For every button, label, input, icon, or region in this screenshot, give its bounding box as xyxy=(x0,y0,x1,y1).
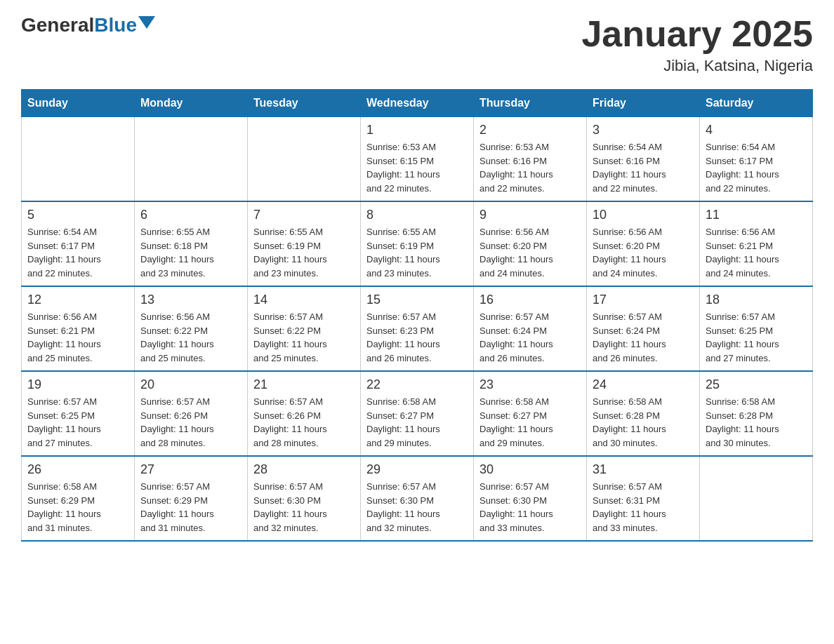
calendar-cell: 16Sunrise: 6:57 AM Sunset: 6:24 PM Dayli… xyxy=(474,286,587,371)
calendar-cell: 26Sunrise: 6:58 AM Sunset: 6:29 PM Dayli… xyxy=(22,456,135,541)
calendar-cell: 17Sunrise: 6:57 AM Sunset: 6:24 PM Dayli… xyxy=(587,286,700,371)
day-number: 5 xyxy=(27,208,128,222)
day-info: Sunrise: 6:56 AM Sunset: 6:21 PM Dayligh… xyxy=(706,225,807,280)
logo: General Blue xyxy=(21,14,155,36)
day-number: 24 xyxy=(593,377,694,392)
day-number: 22 xyxy=(366,377,468,392)
calendar-cell: 9Sunrise: 6:56 AM Sunset: 6:20 PM Daylig… xyxy=(474,201,587,286)
day-info: Sunrise: 6:57 AM Sunset: 6:25 PM Dayligh… xyxy=(27,395,128,450)
day-number: 12 xyxy=(27,293,128,307)
calendar-cell: 22Sunrise: 6:58 AM Sunset: 6:27 PM Dayli… xyxy=(361,371,474,456)
day-number: 14 xyxy=(253,293,355,307)
calendar-cell: 6Sunrise: 6:55 AM Sunset: 6:18 PM Daylig… xyxy=(135,201,248,286)
calendar-cell: 2Sunrise: 6:53 AM Sunset: 6:16 PM Daylig… xyxy=(474,117,587,202)
calendar-cell: 1Sunrise: 6:53 AM Sunset: 6:15 PM Daylig… xyxy=(361,117,474,202)
calendar-cell: 3Sunrise: 6:54 AM Sunset: 6:16 PM Daylig… xyxy=(587,117,700,202)
day-number: 19 xyxy=(27,377,128,392)
day-info: Sunrise: 6:55 AM Sunset: 6:19 PM Dayligh… xyxy=(253,225,355,280)
day-number: 15 xyxy=(366,293,468,307)
day-info: Sunrise: 6:57 AM Sunset: 6:23 PM Dayligh… xyxy=(366,310,468,365)
calendar-table: SundayMondayTuesdayWednesdayThursdayFrid… xyxy=(21,89,813,542)
day-number: 17 xyxy=(593,293,694,307)
day-number: 4 xyxy=(706,123,807,137)
day-number: 10 xyxy=(593,208,694,222)
day-info: Sunrise: 6:58 AM Sunset: 6:27 PM Dayligh… xyxy=(366,395,468,450)
header-wednesday: Wednesday xyxy=(361,90,474,117)
calendar-cell xyxy=(700,456,813,541)
calendar-cell: 4Sunrise: 6:54 AM Sunset: 6:17 PM Daylig… xyxy=(700,117,813,202)
calendar-cell: 11Sunrise: 6:56 AM Sunset: 6:21 PM Dayli… xyxy=(700,201,813,286)
calendar-subtitle: Jibia, Katsina, Nigeria xyxy=(581,57,813,75)
calendar-week-row: 26Sunrise: 6:58 AM Sunset: 6:29 PM Dayli… xyxy=(22,456,813,541)
day-info: Sunrise: 6:57 AM Sunset: 6:30 PM Dayligh… xyxy=(366,480,468,535)
day-number: 26 xyxy=(27,462,128,477)
day-number: 13 xyxy=(140,293,241,307)
day-number: 7 xyxy=(253,208,355,222)
day-number: 18 xyxy=(706,293,807,307)
day-info: Sunrise: 6:54 AM Sunset: 6:16 PM Dayligh… xyxy=(593,140,694,195)
day-info: Sunrise: 6:57 AM Sunset: 6:26 PM Dayligh… xyxy=(253,395,355,450)
calendar-cell: 21Sunrise: 6:57 AM Sunset: 6:26 PM Dayli… xyxy=(248,371,361,456)
calendar-cell: 30Sunrise: 6:57 AM Sunset: 6:30 PM Dayli… xyxy=(474,456,587,541)
day-number: 20 xyxy=(140,377,241,392)
day-info: Sunrise: 6:56 AM Sunset: 6:22 PM Dayligh… xyxy=(140,310,241,365)
calendar-cell xyxy=(22,117,135,202)
day-number: 1 xyxy=(366,123,468,137)
day-number: 21 xyxy=(253,377,355,392)
day-info: Sunrise: 6:57 AM Sunset: 6:30 PM Dayligh… xyxy=(253,480,355,535)
day-info: Sunrise: 6:58 AM Sunset: 6:27 PM Dayligh… xyxy=(479,395,581,450)
calendar-week-row: 12Sunrise: 6:56 AM Sunset: 6:21 PM Dayli… xyxy=(22,286,813,371)
day-info: Sunrise: 6:57 AM Sunset: 6:30 PM Dayligh… xyxy=(479,480,581,535)
calendar-cell: 31Sunrise: 6:57 AM Sunset: 6:31 PM Dayli… xyxy=(587,456,700,541)
calendar-cell: 27Sunrise: 6:57 AM Sunset: 6:29 PM Dayli… xyxy=(135,456,248,541)
day-info: Sunrise: 6:57 AM Sunset: 6:29 PM Dayligh… xyxy=(140,480,241,535)
day-number: 11 xyxy=(706,208,807,222)
day-info: Sunrise: 6:57 AM Sunset: 6:31 PM Dayligh… xyxy=(593,480,694,535)
day-info: Sunrise: 6:56 AM Sunset: 6:21 PM Dayligh… xyxy=(27,310,128,365)
calendar-cell: 28Sunrise: 6:57 AM Sunset: 6:30 PM Dayli… xyxy=(248,456,361,541)
logo-general-text: General xyxy=(21,14,94,36)
header-sunday: Sunday xyxy=(22,90,135,117)
day-info: Sunrise: 6:55 AM Sunset: 6:18 PM Dayligh… xyxy=(140,225,241,280)
day-info: Sunrise: 6:56 AM Sunset: 6:20 PM Dayligh… xyxy=(593,225,694,280)
header-tuesday: Tuesday xyxy=(248,90,361,117)
calendar-cell: 24Sunrise: 6:58 AM Sunset: 6:28 PM Dayli… xyxy=(587,371,700,456)
day-number: 16 xyxy=(479,293,581,307)
day-info: Sunrise: 6:53 AM Sunset: 6:15 PM Dayligh… xyxy=(366,140,468,195)
day-info: Sunrise: 6:53 AM Sunset: 6:16 PM Dayligh… xyxy=(479,140,581,195)
calendar-cell: 15Sunrise: 6:57 AM Sunset: 6:23 PM Dayli… xyxy=(361,286,474,371)
calendar-cell: 23Sunrise: 6:58 AM Sunset: 6:27 PM Dayli… xyxy=(474,371,587,456)
calendar-cell: 5Sunrise: 6:54 AM Sunset: 6:17 PM Daylig… xyxy=(22,201,135,286)
calendar-week-row: 5Sunrise: 6:54 AM Sunset: 6:17 PM Daylig… xyxy=(22,201,813,286)
day-number: 23 xyxy=(479,377,581,392)
day-number: 3 xyxy=(593,123,694,137)
calendar-week-row: 19Sunrise: 6:57 AM Sunset: 6:25 PM Dayli… xyxy=(22,371,813,456)
calendar-header-row: SundayMondayTuesdayWednesdayThursdayFrid… xyxy=(22,90,813,117)
calendar-cell: 20Sunrise: 6:57 AM Sunset: 6:26 PM Dayli… xyxy=(135,371,248,456)
calendar-cell: 8Sunrise: 6:55 AM Sunset: 6:19 PM Daylig… xyxy=(361,201,474,286)
calendar-cell: 14Sunrise: 6:57 AM Sunset: 6:22 PM Dayli… xyxy=(248,286,361,371)
header-saturday: Saturday xyxy=(700,90,813,117)
day-info: Sunrise: 6:54 AM Sunset: 6:17 PM Dayligh… xyxy=(27,225,128,280)
calendar-cell xyxy=(248,117,361,202)
header-monday: Monday xyxy=(135,90,248,117)
calendar-cell: 18Sunrise: 6:57 AM Sunset: 6:25 PM Dayli… xyxy=(700,286,813,371)
calendar-cell: 29Sunrise: 6:57 AM Sunset: 6:30 PM Dayli… xyxy=(361,456,474,541)
day-info: Sunrise: 6:54 AM Sunset: 6:17 PM Dayligh… xyxy=(706,140,807,195)
day-number: 9 xyxy=(479,208,581,222)
logo-triangle-icon xyxy=(138,16,155,29)
day-info: Sunrise: 6:58 AM Sunset: 6:29 PM Dayligh… xyxy=(27,480,128,535)
calendar-cell: 25Sunrise: 6:58 AM Sunset: 6:28 PM Dayli… xyxy=(700,371,813,456)
calendar-cell: 12Sunrise: 6:56 AM Sunset: 6:21 PM Dayli… xyxy=(22,286,135,371)
day-number: 2 xyxy=(479,123,581,137)
day-info: Sunrise: 6:58 AM Sunset: 6:28 PM Dayligh… xyxy=(706,395,807,450)
day-info: Sunrise: 6:57 AM Sunset: 6:24 PM Dayligh… xyxy=(593,310,694,365)
day-info: Sunrise: 6:55 AM Sunset: 6:19 PM Dayligh… xyxy=(366,225,468,280)
page-header: General Blue January 2025 Jibia, Katsina… xyxy=(21,14,813,75)
day-info: Sunrise: 6:56 AM Sunset: 6:20 PM Dayligh… xyxy=(479,225,581,280)
calendar-week-row: 1Sunrise: 6:53 AM Sunset: 6:15 PM Daylig… xyxy=(22,117,813,202)
calendar-cell: 13Sunrise: 6:56 AM Sunset: 6:22 PM Dayli… xyxy=(135,286,248,371)
calendar-cell: 19Sunrise: 6:57 AM Sunset: 6:25 PM Dayli… xyxy=(22,371,135,456)
day-number: 28 xyxy=(253,462,355,477)
header-friday: Friday xyxy=(587,90,700,117)
